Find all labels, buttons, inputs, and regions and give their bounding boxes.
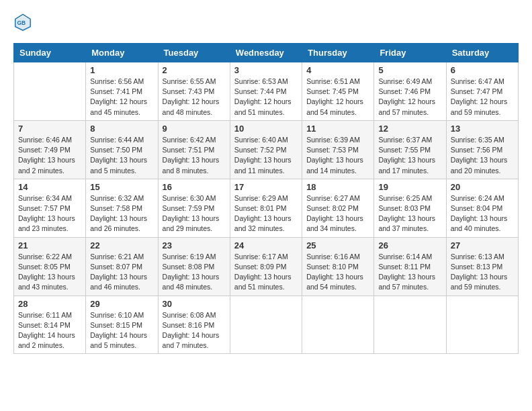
calendar-cell: 20Sunrise: 6:24 AM Sunset: 8:04 PM Dayli… <box>446 179 518 237</box>
day-info: Sunrise: 6:35 AM Sunset: 7:56 PM Dayligh… <box>451 135 514 176</box>
day-number: 8 <box>90 124 153 134</box>
day-number: 29 <box>90 299 153 309</box>
day-info: Sunrise: 6:24 AM Sunset: 8:04 PM Dayligh… <box>451 193 514 234</box>
calendar-cell: 16Sunrise: 6:30 AM Sunset: 7:59 PM Dayli… <box>158 179 230 237</box>
day-number: 4 <box>306 65 369 75</box>
day-header-friday: Friday <box>374 44 446 62</box>
day-number: 2 <box>163 65 226 75</box>
day-number: 21 <box>18 240 81 250</box>
day-number: 19 <box>378 182 441 192</box>
day-number: 6 <box>451 65 514 75</box>
calendar-cell: 5Sunrise: 6:49 AM Sunset: 7:46 PM Daylig… <box>374 62 446 121</box>
calendar-cell: 18Sunrise: 6:27 AM Sunset: 8:02 PM Dayli… <box>302 179 374 237</box>
day-number: 23 <box>163 240 226 250</box>
day-number: 10 <box>234 124 298 134</box>
calendar-cell: 27Sunrise: 6:13 AM Sunset: 8:13 PM Dayli… <box>446 237 518 295</box>
calendar-cell: 4Sunrise: 6:51 AM Sunset: 7:45 PM Daylig… <box>302 62 374 121</box>
calendar-week-row: 21Sunrise: 6:22 AM Sunset: 8:05 PM Dayli… <box>14 237 519 295</box>
calendar-cell: 23Sunrise: 6:19 AM Sunset: 8:08 PM Dayli… <box>158 237 230 295</box>
calendar-cell: 15Sunrise: 6:32 AM Sunset: 7:58 PM Dayli… <box>86 179 158 237</box>
logo: GB <box>13 13 35 32</box>
day-number: 24 <box>234 240 298 250</box>
calendar-cell: 11Sunrise: 6:39 AM Sunset: 7:53 PM Dayli… <box>302 120 374 179</box>
calendar-cell: 17Sunrise: 6:29 AM Sunset: 8:01 PM Dayli… <box>230 179 302 237</box>
day-info: Sunrise: 6:32 AM Sunset: 7:58 PM Dayligh… <box>90 193 153 234</box>
calendar-cell <box>446 295 518 354</box>
day-info: Sunrise: 6:11 AM Sunset: 8:14 PM Dayligh… <box>18 310 81 351</box>
day-number: 25 <box>306 240 369 250</box>
day-info: Sunrise: 6:08 AM Sunset: 8:16 PM Dayligh… <box>163 310 226 351</box>
calendar-week-row: 28Sunrise: 6:11 AM Sunset: 8:14 PM Dayli… <box>14 295 519 354</box>
calendar-cell: 30Sunrise: 6:08 AM Sunset: 8:16 PM Dayli… <box>158 295 230 354</box>
day-header-wednesday: Wednesday <box>230 44 302 62</box>
day-number: 7 <box>18 124 81 134</box>
day-number: 12 <box>378 124 441 134</box>
calendar-cell <box>14 62 86 121</box>
day-info: Sunrise: 6:30 AM Sunset: 7:59 PM Dayligh… <box>163 193 226 234</box>
day-info: Sunrise: 6:40 AM Sunset: 7:52 PM Dayligh… <box>234 135 298 176</box>
calendar-cell: 10Sunrise: 6:40 AM Sunset: 7:52 PM Dayli… <box>230 120 302 179</box>
calendar-cell: 24Sunrise: 6:17 AM Sunset: 8:09 PM Dayli… <box>230 237 302 295</box>
calendar-week-row: 7Sunrise: 6:46 AM Sunset: 7:49 PM Daylig… <box>14 120 519 179</box>
day-number: 14 <box>18 182 81 192</box>
calendar-cell: 22Sunrise: 6:21 AM Sunset: 8:07 PM Dayli… <box>86 237 158 295</box>
calendar-cell <box>302 295 374 354</box>
day-number: 17 <box>234 182 298 192</box>
calendar-cell <box>230 295 302 354</box>
day-info: Sunrise: 6:13 AM Sunset: 8:13 PM Dayligh… <box>451 252 514 293</box>
day-info: Sunrise: 6:29 AM Sunset: 8:01 PM Dayligh… <box>234 193 298 234</box>
day-info: Sunrise: 6:34 AM Sunset: 7:57 PM Dayligh… <box>18 193 81 234</box>
calendar-cell: 3Sunrise: 6:53 AM Sunset: 7:44 PM Daylig… <box>230 62 302 121</box>
day-number: 15 <box>90 182 153 192</box>
day-number: 11 <box>306 124 369 134</box>
day-info: Sunrise: 6:42 AM Sunset: 7:51 PM Dayligh… <box>163 135 226 176</box>
day-info: Sunrise: 6:55 AM Sunset: 7:43 PM Dayligh… <box>163 77 226 118</box>
calendar-cell: 6Sunrise: 6:47 AM Sunset: 7:47 PM Daylig… <box>446 62 518 121</box>
day-number: 27 <box>451 240 514 250</box>
day-header-thursday: Thursday <box>302 44 374 62</box>
calendar-cell: 1Sunrise: 6:56 AM Sunset: 7:41 PM Daylig… <box>86 62 158 121</box>
logo-icon: GB <box>13 13 32 32</box>
day-info: Sunrise: 6:21 AM Sunset: 8:07 PM Dayligh… <box>90 252 153 293</box>
day-info: Sunrise: 6:14 AM Sunset: 8:11 PM Dayligh… <box>378 252 441 293</box>
calendar-cell: 19Sunrise: 6:25 AM Sunset: 8:03 PM Dayli… <box>374 179 446 237</box>
day-number: 16 <box>163 182 226 192</box>
day-header-tuesday: Tuesday <box>158 44 230 62</box>
calendar-week-row: 1Sunrise: 6:56 AM Sunset: 7:41 PM Daylig… <box>14 62 519 121</box>
day-number: 3 <box>234 65 298 75</box>
calendar-cell: 26Sunrise: 6:14 AM Sunset: 8:11 PM Dayli… <box>374 237 446 295</box>
calendar-cell: 2Sunrise: 6:55 AM Sunset: 7:43 PM Daylig… <box>158 62 230 121</box>
day-info: Sunrise: 6:56 AM Sunset: 7:41 PM Dayligh… <box>90 77 153 118</box>
day-info: Sunrise: 6:53 AM Sunset: 7:44 PM Dayligh… <box>234 77 298 118</box>
svg-text:GB: GB <box>17 19 26 26</box>
day-header-sunday: Sunday <box>14 44 86 62</box>
day-number: 28 <box>18 299 81 309</box>
calendar-cell: 21Sunrise: 6:22 AM Sunset: 8:05 PM Dayli… <box>14 237 86 295</box>
day-number: 30 <box>163 299 226 309</box>
day-number: 1 <box>90 65 153 75</box>
day-number: 5 <box>378 65 441 75</box>
day-info: Sunrise: 6:49 AM Sunset: 7:46 PM Dayligh… <box>378 77 441 118</box>
day-info: Sunrise: 6:17 AM Sunset: 8:09 PM Dayligh… <box>234 252 298 293</box>
calendar-table: SundayMondayTuesdayWednesdayThursdayFrid… <box>13 43 519 354</box>
calendar-cell: 8Sunrise: 6:44 AM Sunset: 7:50 PM Daylig… <box>86 120 158 179</box>
day-info: Sunrise: 6:16 AM Sunset: 8:10 PM Dayligh… <box>306 252 369 293</box>
calendar-cell: 25Sunrise: 6:16 AM Sunset: 8:10 PM Dayli… <box>302 237 374 295</box>
calendar-header-row: SundayMondayTuesdayWednesdayThursdayFrid… <box>14 44 519 62</box>
day-info: Sunrise: 6:47 AM Sunset: 7:47 PM Dayligh… <box>451 77 514 118</box>
day-number: 9 <box>163 124 226 134</box>
calendar-cell: 12Sunrise: 6:37 AM Sunset: 7:55 PM Dayli… <box>374 120 446 179</box>
calendar-cell: 9Sunrise: 6:42 AM Sunset: 7:51 PM Daylig… <box>158 120 230 179</box>
day-info: Sunrise: 6:27 AM Sunset: 8:02 PM Dayligh… <box>306 193 369 234</box>
day-info: Sunrise: 6:25 AM Sunset: 8:03 PM Dayligh… <box>378 193 441 234</box>
calendar-cell: 14Sunrise: 6:34 AM Sunset: 7:57 PM Dayli… <box>14 179 86 237</box>
calendar-cell: 13Sunrise: 6:35 AM Sunset: 7:56 PM Dayli… <box>446 120 518 179</box>
day-info: Sunrise: 6:39 AM Sunset: 7:53 PM Dayligh… <box>306 135 369 176</box>
calendar-cell: 29Sunrise: 6:10 AM Sunset: 8:15 PM Dayli… <box>86 295 158 354</box>
day-number: 18 <box>306 182 369 192</box>
day-number: 13 <box>451 124 514 134</box>
day-number: 20 <box>451 182 514 192</box>
day-header-monday: Monday <box>86 44 158 62</box>
day-info: Sunrise: 6:44 AM Sunset: 7:50 PM Dayligh… <box>90 135 153 176</box>
calendar-cell: 7Sunrise: 6:46 AM Sunset: 7:49 PM Daylig… <box>14 120 86 179</box>
